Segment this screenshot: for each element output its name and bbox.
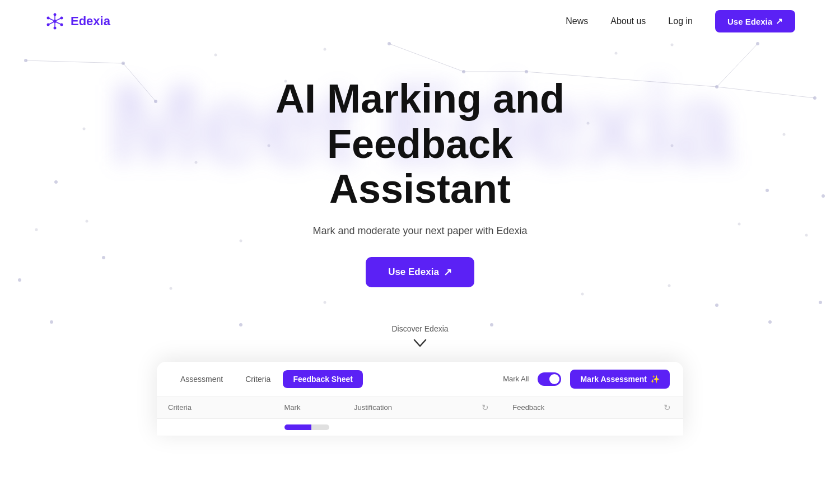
refresh-icon-2: ↻ <box>664 403 671 412</box>
nav-login[interactable]: Log in <box>668 16 693 26</box>
mark-assessment-button[interactable]: Mark Assessment ✨ <box>570 370 670 389</box>
nav-links: News About us Log in Use Edexia ↗ <box>566 10 795 32</box>
svg-line-58 <box>48 22 54 25</box>
col-refresh-1: ↻ <box>470 397 501 419</box>
tab-group: Assessment Criteria Feedback Sheet <box>170 370 363 388</box>
col-refresh-2: ↻ <box>652 397 683 419</box>
hero-subtitle: Mark and moderate your next paper with E… <box>11 225 829 237</box>
mark-all-toggle[interactable] <box>538 372 561 386</box>
nav-about[interactable]: About us <box>610 16 646 26</box>
tab-feedback-sheet[interactable]: Feedback Sheet <box>283 370 363 388</box>
tab-assessment[interactable]: Assessment <box>170 370 233 388</box>
discover-label: Discover Edexia <box>0 324 840 333</box>
col-feedback: Feedback <box>501 397 652 419</box>
svg-line-59 <box>57 18 62 21</box>
hero-cta-button[interactable]: Use Edexia ↗ <box>366 257 474 287</box>
col-criteria: Criteria <box>157 397 273 419</box>
svg-line-56 <box>48 18 54 21</box>
svg-point-47 <box>53 20 57 23</box>
svg-line-57 <box>57 22 62 25</box>
hero-arrow-icon: ↗ <box>444 266 452 278</box>
mark-all-label: Mark All <box>503 375 529 383</box>
refresh-icon: ↻ <box>482 403 489 412</box>
preview-card: Assessment Criteria Feedback Sheet Mark … <box>157 362 683 436</box>
toggle-thumb <box>549 374 559 384</box>
logo[interactable]: Edexia <box>45 11 110 31</box>
logo-icon <box>45 11 65 31</box>
tab-actions: Mark All Mark Assessment ✨ <box>503 370 670 389</box>
sparkle-icon: ✨ <box>650 375 660 384</box>
preview-tabs-bar: Assessment Criteria Feedback Sheet Mark … <box>157 362 683 397</box>
nav-news[interactable]: News <box>566 16 588 26</box>
arrow-icon: ↗ <box>776 16 783 26</box>
preview-table: Criteria Mark Justification ↻ Feedback ↻ <box>157 397 683 436</box>
chevron-down-icon[interactable] <box>0 338 840 351</box>
hero-title: AI Marking and Feedback Assistant <box>190 76 650 212</box>
table-header-row: Criteria Mark Justification ↻ Feedback ↻ <box>157 397 683 419</box>
tab-criteria[interactable]: Criteria <box>235 370 281 388</box>
navbar: Edexia News About us Log in Use Edexia ↗ <box>0 0 840 43</box>
col-justification: Justification <box>343 397 470 419</box>
nav-cta-button[interactable]: Use Edexia ↗ <box>715 10 795 32</box>
discover-section: Discover Edexia <box>0 304 840 362</box>
logo-label: Edexia <box>71 14 110 29</box>
table-row <box>157 418 683 436</box>
col-mark: Mark <box>273 397 343 419</box>
hero-section: Meet Edexia AI Marking and Feedback Assi… <box>0 43 840 304</box>
